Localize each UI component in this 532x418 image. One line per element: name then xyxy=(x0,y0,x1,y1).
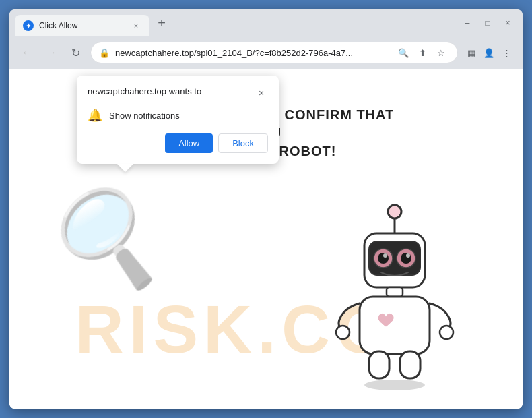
notification-row: 🔔 Show notifications xyxy=(88,108,268,123)
active-tab[interactable]: ✦ Click Allow × xyxy=(15,15,149,36)
content-area: 🔍 RISK.CO CLICK «ALLOW» TO CONFIRM THAT … xyxy=(9,69,523,409)
svg-point-9 xyxy=(406,253,410,258)
tab-title: Click Allow xyxy=(39,21,125,30)
share-icon[interactable]: ⬆ xyxy=(414,44,430,61)
svg-point-12 xyxy=(336,326,350,339)
title-bar: ✦ Click Allow × + – □ × xyxy=(9,9,523,36)
forward-button[interactable]: → xyxy=(42,43,61,62)
svg-rect-15 xyxy=(400,351,420,378)
search-icon[interactable]: 🔍 xyxy=(395,44,411,61)
url-bar[interactable]: 🔒 newcaptchahere.top/spl01_2104_B/?c=f8b… xyxy=(90,42,458,63)
svg-rect-11 xyxy=(360,297,430,354)
notification-label: Show notifications xyxy=(109,111,180,121)
lock-icon: 🔒 xyxy=(99,48,110,58)
menu-icon[interactable]: ⋮ xyxy=(498,44,514,61)
popup-buttons: Allow Block xyxy=(88,133,268,153)
notification-popup: newcaptchahere.top wants to × 🔔 Show not… xyxy=(77,76,279,164)
profile-icon[interactable]: 👤 xyxy=(481,44,497,61)
back-button[interactable]: ← xyxy=(18,43,36,62)
toolbar-right: ▦ 👤 ⋮ xyxy=(463,44,514,61)
popup-close-button[interactable]: × xyxy=(255,86,268,100)
robot-illustration xyxy=(321,193,469,382)
close-button[interactable]: × xyxy=(498,13,517,32)
svg-point-0 xyxy=(388,205,401,218)
new-tab-button[interactable]: + xyxy=(152,13,171,32)
svg-point-16 xyxy=(364,380,425,390)
url-actions: 🔍 ⬆ ☆ xyxy=(395,44,449,61)
tab-close-button[interactable]: × xyxy=(131,20,141,31)
url-text: newcaptchahere.top/spl01_2104_B/?c=f8b25… xyxy=(115,48,390,58)
popup-header: newcaptchahere.top wants to × xyxy=(88,86,268,100)
watermark-search: 🔍 xyxy=(43,183,158,295)
reload-button[interactable]: ↻ xyxy=(66,43,85,62)
window-controls: – □ × xyxy=(458,13,517,32)
sidebar-icon[interactable]: ▦ xyxy=(463,44,479,61)
address-bar: ← → ↻ 🔒 newcaptchahere.top/spl01_2104_B/… xyxy=(9,36,523,69)
browser-window: ✦ Click Allow × + – □ × ← → ↻ 🔒 newcaptc… xyxy=(9,9,523,409)
tab-favicon: ✦ xyxy=(23,20,34,31)
svg-rect-14 xyxy=(369,351,389,378)
block-button[interactable]: Block xyxy=(218,133,268,153)
svg-rect-10 xyxy=(387,287,403,297)
maximize-button[interactable]: □ xyxy=(478,13,497,32)
website-content: 🔍 RISK.CO CLICK «ALLOW» TO CONFIRM THAT … xyxy=(9,69,523,409)
bell-icon: 🔔 xyxy=(88,108,102,123)
tab-area: ✦ Click Allow × + xyxy=(15,9,454,36)
svg-point-7 xyxy=(401,253,411,264)
svg-point-6 xyxy=(378,253,389,264)
allow-button[interactable]: Allow xyxy=(165,133,213,153)
svg-point-13 xyxy=(440,326,453,339)
bookmark-icon[interactable]: ☆ xyxy=(433,44,449,61)
svg-point-8 xyxy=(383,253,387,258)
popup-title: newcaptchahere.top wants to xyxy=(88,86,249,96)
minimize-button[interactable]: – xyxy=(458,13,477,32)
